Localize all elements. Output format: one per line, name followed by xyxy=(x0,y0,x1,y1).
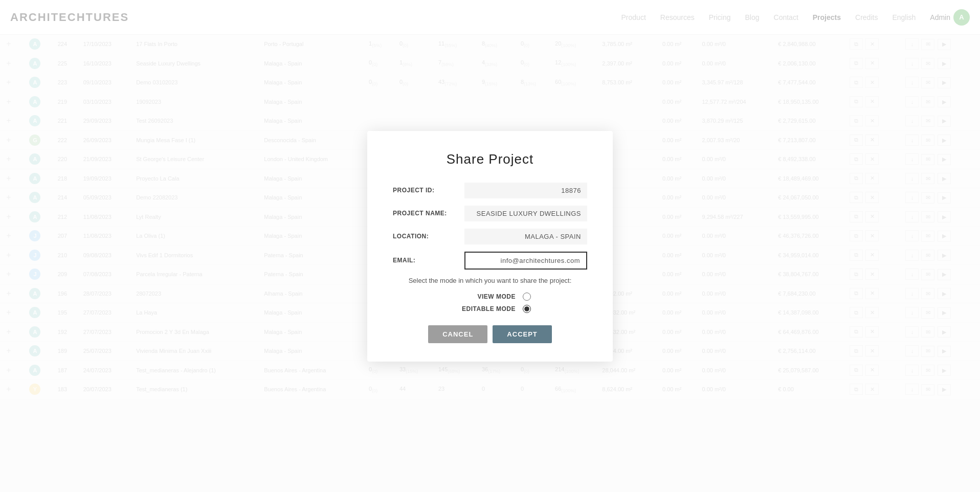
project-name-label: PROJECT NAME: xyxy=(393,210,464,217)
project-name-field: PROJECT NAME: SEASIDE LUXURY DWELLINGS xyxy=(393,206,587,221)
email-input[interactable] xyxy=(464,252,587,270)
select-mode-text: Select the mode in which you want to sha… xyxy=(393,277,587,284)
location-value: MALAGA - SPAIN xyxy=(464,229,587,244)
editable-mode-label: EDITABLE MODE xyxy=(449,305,516,312)
location-field: LOCATION: MALAGA - SPAIN xyxy=(393,229,587,244)
editable-mode-radio[interactable] xyxy=(523,305,531,313)
project-id-label: PROJECT ID: xyxy=(393,187,464,194)
radio-group: VIEW MODE EDITABLE MODE xyxy=(393,293,587,313)
email-label: EMAIL: xyxy=(393,257,464,264)
view-mode-row: VIEW MODE xyxy=(393,293,587,301)
view-mode-radio[interactable] xyxy=(523,293,531,301)
modal-overlay: Share Project PROJECT ID: 18876 PROJECT … xyxy=(0,0,980,399)
project-id-value: 18876 xyxy=(464,183,587,198)
share-project-modal: Share Project PROJECT ID: 18876 PROJECT … xyxy=(367,131,613,362)
modal-buttons: CANCEL ACCEPT xyxy=(393,325,587,343)
editable-mode-row: EDITABLE MODE xyxy=(393,305,587,313)
project-name-value: SEASIDE LUXURY DWELLINGS xyxy=(464,206,587,221)
view-mode-label: VIEW MODE xyxy=(449,293,516,300)
location-label: LOCATION: xyxy=(393,233,464,240)
accept-button[interactable]: ACCEPT xyxy=(493,325,551,343)
modal-title: Share Project xyxy=(393,151,587,167)
email-field-row: EMAIL: xyxy=(393,252,587,270)
cancel-button[interactable]: CANCEL xyxy=(428,325,487,343)
project-id-field: PROJECT ID: 18876 xyxy=(393,183,587,198)
